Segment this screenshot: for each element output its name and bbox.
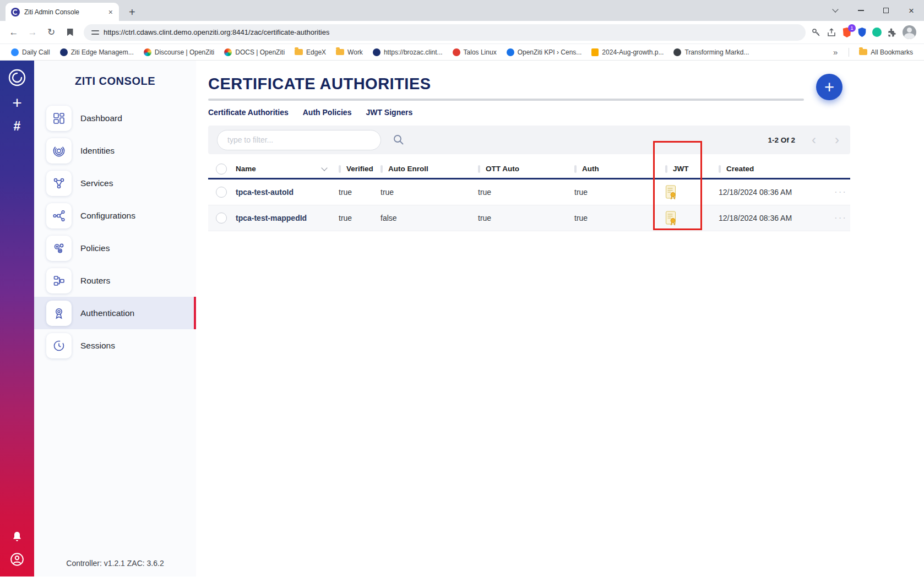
window-maximize-button[interactable]	[873, 0, 899, 21]
sidebar-item-identities[interactable]: Identities	[34, 134, 196, 167]
add-certificate-authority-button[interactable]: +	[816, 74, 843, 100]
row-checkbox[interactable]	[216, 213, 227, 224]
bookmark-item[interactable]: DOCS | OpenZiti	[220, 47, 289, 58]
sidebar-item-label: Authentication	[80, 308, 134, 318]
sidebar-item-label: Sessions	[80, 341, 115, 351]
policies-gears-icon	[46, 236, 72, 261]
sort-chevron-icon[interactable]	[321, 165, 327, 171]
ca-auth: true	[574, 214, 665, 222]
account-icon[interactable]	[10, 552, 24, 567]
ca-auto-enroll: true	[381, 188, 478, 197]
jwt-certificate-icon[interactable]	[665, 185, 719, 200]
sidebar-item-sessions[interactable]: Sessions	[34, 329, 196, 362]
password-key-icon[interactable]	[811, 28, 821, 37]
column-header-created[interactable]: Created	[719, 165, 820, 173]
column-separator	[665, 165, 667, 173]
tab-close-icon[interactable]: ×	[107, 8, 115, 17]
bookmark-item[interactable]: 2024-Aug-growth.p...	[587, 47, 668, 58]
bookmark-item[interactable]: Work	[331, 47, 367, 58]
bookmark-item[interactable]: Discourse | OpenZiti	[139, 47, 219, 58]
routers-icon	[46, 268, 72, 293]
column-header-name[interactable]: Name	[236, 165, 339, 173]
select-all-checkbox[interactable]	[216, 164, 227, 175]
tab-certificate-authorities[interactable]: Certificate Authorities	[208, 108, 289, 117]
column-header-verified[interactable]: Verified	[339, 165, 381, 173]
bookmarks-bar: Daily Call Ziti Edge Managem... Discours…	[0, 44, 924, 61]
brave-shield-icon[interactable]: 1	[842, 27, 852, 38]
blue-shield-extension-icon[interactable]	[857, 27, 867, 37]
rail-hash-icon[interactable]: #	[14, 120, 21, 133]
window-close-button[interactable]: ×	[899, 0, 924, 21]
ziti-logo-icon[interactable]	[8, 68, 26, 87]
bookmark-item[interactable]: Talos Linux	[448, 47, 501, 58]
grammarly-extension-icon[interactable]	[872, 28, 882, 37]
filter-input[interactable]	[217, 130, 381, 150]
bookmark-item[interactable]: Ziti Edge Managem...	[56, 47, 138, 58]
sidebar: ZITI CONSOLE Dashboard Identities Servic…	[34, 61, 196, 576]
forward-icon[interactable]: →	[24, 24, 41, 41]
column-header-jwt[interactable]: JWT	[665, 165, 719, 173]
browser-tab[interactable]: Ziti Admin Console ×	[6, 3, 119, 21]
search-icon[interactable]	[392, 133, 405, 146]
jwt-certificate-icon[interactable]	[665, 211, 719, 226]
bookmark-item[interactable]: https://brozac.clint...	[368, 47, 447, 58]
url-bar[interactable]: https://ctrl.cdaws.clint.demo.openziti.o…	[84, 24, 806, 41]
column-header-auth[interactable]: Auth	[574, 165, 665, 173]
sidebar-item-authentication[interactable]: Authentication	[34, 297, 196, 329]
sidebar-item-services[interactable]: Services	[34, 167, 196, 199]
tab-jwt-signers[interactable]: JWT Signers	[366, 108, 412, 117]
page-next-chevron-icon[interactable]: ›	[833, 133, 841, 146]
rail-add-icon[interactable]: +	[12, 95, 22, 111]
page-previous-chevron-icon[interactable]: ‹	[809, 133, 818, 146]
version-footer: Controller: v1.2.1 ZAC: 3.6.2	[34, 559, 196, 568]
tab-auth-policies[interactable]: Auth Policies	[303, 108, 352, 117]
table-row[interactable]: tpca-test-mappedId true false true true …	[208, 205, 850, 231]
tab-search-chevron-icon[interactable]	[823, 0, 848, 21]
all-bookmarks-button[interactable]: All Bookmarks	[855, 47, 917, 58]
bookmark-item[interactable]: OpenZiti KPI › Cens...	[502, 47, 586, 58]
share-icon[interactable]	[827, 28, 836, 37]
row-menu-icon[interactable]: ···	[834, 213, 850, 224]
bookmarks-overflow-chevron[interactable]: »	[828, 47, 843, 57]
new-tab-button[interactable]: +	[124, 6, 140, 19]
notifications-bell-icon[interactable]	[10, 530, 24, 543]
bookmark-flag-icon[interactable]	[62, 24, 78, 41]
talos-icon	[453, 48, 460, 56]
sidebar-item-label: Policies	[80, 243, 110, 253]
url-text: https://ctrl.cdaws.clint.demo.openziti.o…	[104, 28, 329, 36]
sidebar-item-dashboard[interactable]: Dashboard	[34, 102, 196, 134]
discourse-icon	[144, 48, 151, 56]
openziti-docs-icon	[224, 48, 232, 56]
bookmark-item[interactable]: Daily Call	[7, 47, 55, 58]
column-header-auto-enroll[interactable]: Auto Enroll	[381, 165, 478, 173]
browser-titlebar: Ziti Admin Console × + ×	[0, 0, 924, 21]
bookmark-item[interactable]: Transforming Markd...	[669, 47, 753, 58]
services-network-icon	[46, 171, 72, 196]
row-menu-icon[interactable]: ···	[834, 187, 850, 198]
extensions-puzzle-icon[interactable]	[887, 28, 897, 37]
sidebar-item-routers[interactable]: Routers	[34, 264, 196, 297]
column-header-ott-auto[interactable]: OTT Auto	[478, 165, 574, 173]
sidebar-item-policies[interactable]: Policies	[34, 232, 196, 264]
ca-name: tpca-test-autoId	[236, 188, 339, 197]
section-tabs: Certificate Authorities Auth Policies JW…	[208, 108, 850, 117]
zoom-icon	[11, 48, 19, 56]
bookmark-item[interactable]: EdgeX	[290, 47, 330, 58]
sidebar-item-label: Services	[80, 178, 113, 188]
sidebar-item-configurations[interactable]: Configurations	[34, 199, 196, 232]
column-separator	[574, 165, 577, 173]
ca-ott-auto: true	[478, 188, 574, 197]
reload-icon[interactable]: ↻	[43, 24, 59, 41]
table-row[interactable]: tpca-test-autoId true true true true 12/…	[208, 179, 850, 205]
back-icon[interactable]: ←	[6, 24, 22, 41]
ca-auth: true	[574, 188, 665, 197]
column-separator	[381, 165, 383, 173]
row-checkbox[interactable]	[216, 187, 227, 198]
sidebar-item-label: Dashboard	[80, 113, 122, 123]
site-settings-icon[interactable]	[91, 29, 99, 36]
column-separator	[719, 165, 721, 173]
clock-icon	[46, 333, 72, 358]
configurations-network-icon	[46, 203, 72, 228]
window-minimize-button[interactable]	[848, 0, 873, 21]
profile-avatar[interactable]	[903, 25, 916, 39]
